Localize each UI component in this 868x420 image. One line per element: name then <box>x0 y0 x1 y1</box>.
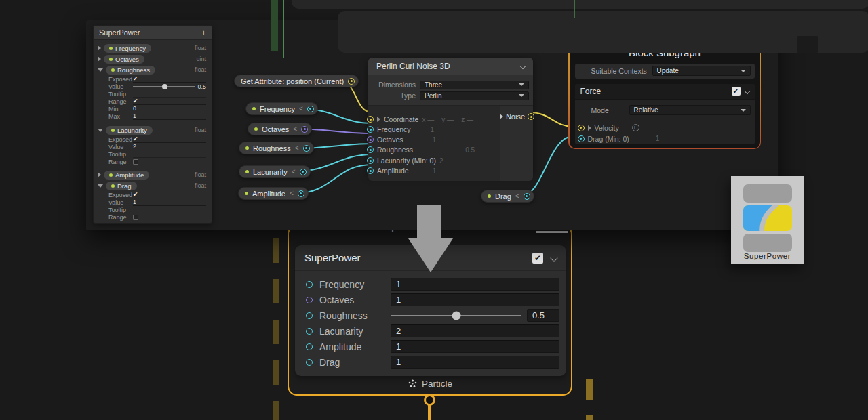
output-port[interactable] <box>300 169 307 175</box>
collapse-icon[interactable]: < <box>293 125 297 133</box>
type-dropdown[interactable]: Perlin <box>420 91 529 100</box>
superpower-asset-card[interactable]: SuperPower <box>731 176 804 264</box>
property-row-roughness[interactable]: Roughness float <box>94 64 212 75</box>
value-slider[interactable] <box>133 86 195 87</box>
add-property-button[interactable]: + <box>201 28 206 37</box>
slider-handle[interactable] <box>452 311 460 320</box>
collapse-icon[interactable]: < <box>299 105 303 112</box>
output-port[interactable] <box>524 193 530 200</box>
velocity-input-port[interactable] <box>578 125 585 131</box>
noise-output-port[interactable] <box>528 113 534 120</box>
flow-edge-dash <box>586 379 593 400</box>
amplitude-field[interactable]: 1 <box>391 340 559 353</box>
blackboard-panel[interactable]: SuperPower + Frequency float Octaves uin… <box>93 25 212 224</box>
collapse-icon[interactable]: < <box>515 192 519 200</box>
checkmark-icon[interactable] <box>133 135 138 142</box>
context-output-port[interactable] <box>424 394 435 406</box>
checkmark-icon[interactable] <box>133 98 138 104</box>
octaves-field[interactable]: 1 <box>391 293 559 306</box>
checkmark-icon[interactable] <box>133 75 138 82</box>
uint-port-icon[interactable] <box>306 297 313 303</box>
property-pill: Lacunarity <box>106 126 153 135</box>
background-node <box>338 11 868 53</box>
block-enabled-checkbox[interactable] <box>532 253 543 264</box>
collapse-icon[interactable]: < <box>295 144 299 152</box>
slider-handle[interactable] <box>162 84 167 89</box>
property-row-octaves[interactable]: Octaves uint <box>94 54 212 64</box>
flow-edge-dash <box>273 279 279 303</box>
drag-input-port[interactable] <box>578 135 585 142</box>
param-node-lacunarity[interactable]: Lacunarity < <box>239 165 311 178</box>
subgraph-icon-top-bar <box>743 184 792 203</box>
expand-arrow-icon[interactable] <box>588 125 591 131</box>
force-header[interactable]: Force <box>575 84 755 100</box>
param-node-frequency[interactable]: Frequency < <box>245 102 318 115</box>
float-port-icon[interactable] <box>306 312 313 319</box>
lacunarity-field[interactable]: 2 <box>391 324 559 337</box>
node-header[interactable]: Perlin Curl Noise 3D <box>368 58 533 75</box>
local-space-badge[interactable]: L <box>632 124 639 131</box>
checkbox-unchecked-icon[interactable] <box>133 215 138 220</box>
position-output-port[interactable] <box>348 78 355 85</box>
perlin-curl-noise-node[interactable]: Perlin Curl Noise 3D Dimensions Three Ty… <box>368 58 533 174</box>
blackboard-title: SuperPower <box>99 28 201 37</box>
output-port[interactable] <box>301 126 308 133</box>
checkbox-unchecked-icon[interactable] <box>133 159 138 165</box>
roughness-input-port[interactable] <box>367 146 374 153</box>
value-input[interactable]: 2 <box>133 143 136 150</box>
node-io-area: Coordinate x — y — z — Frequency 1 Octav… <box>368 106 533 181</box>
expander-icon[interactable] <box>98 45 101 51</box>
float-port-icon[interactable] <box>306 328 313 335</box>
force-block[interactable]: Force Mode Relative Velocity L <box>575 84 755 144</box>
property-row-frequency[interactable]: Frequency float <box>94 43 212 54</box>
frequency-input-port[interactable] <box>367 126 374 133</box>
property-row-amplitude[interactable]: Amplitude float <box>94 169 212 180</box>
param-node-amplitude[interactable]: Amplitude < <box>238 187 309 200</box>
roughness-value-field[interactable]: 0.5 <box>527 309 559 322</box>
param-node-octaves[interactable]: Octaves < <box>248 123 312 135</box>
min-input[interactable]: 0 <box>133 105 136 112</box>
checkmark-icon[interactable] <box>133 191 138 198</box>
output-port[interactable] <box>298 190 304 197</box>
lacunarity-input-port[interactable] <box>367 157 374 164</box>
max-input[interactable]: 1 <box>133 112 136 119</box>
tooltip-input[interactable] <box>133 90 206 98</box>
dropdown-arrow-icon <box>519 94 524 97</box>
chevron-down-icon[interactable] <box>520 63 526 68</box>
get-attribute-node[interactable]: Get Attribute: position (Current) <box>234 75 359 87</box>
collapse-icon[interactable]: < <box>292 168 296 175</box>
coordinate-input-port[interactable] <box>367 116 374 123</box>
property-row-lacunarity[interactable]: Lacunarity float <box>94 125 212 135</box>
force-enabled-checkbox[interactable] <box>732 87 741 96</box>
value-input[interactable]: 1 <box>133 198 136 205</box>
roughness-slider[interactable] <box>391 315 521 316</box>
mode-dropdown[interactable]: Relative <box>629 105 751 115</box>
expander-icon[interactable] <box>98 184 103 188</box>
expander-icon[interactable] <box>98 56 101 62</box>
expand-arrow-icon[interactable] <box>377 117 380 122</box>
dimensions-dropdown[interactable]: Three <box>420 81 529 89</box>
expander-icon[interactable] <box>98 129 103 132</box>
amplitude-input-port[interactable] <box>367 167 374 174</box>
expander-icon[interactable] <box>98 68 103 72</box>
tooltip-input[interactable] <box>133 206 206 213</box>
expander-icon[interactable] <box>98 172 101 177</box>
float-port-icon[interactable] <box>306 343 313 350</box>
context-output-edge <box>428 404 431 420</box>
float-port-icon[interactable] <box>306 281 313 288</box>
float-port-icon[interactable] <box>306 359 313 366</box>
chevron-down-icon[interactable] <box>550 254 557 261</box>
octaves-input-port[interactable] <box>367 136 374 143</box>
param-node-roughness[interactable]: Roughness < <box>239 142 314 154</box>
tooltip-input[interactable] <box>133 150 206 158</box>
collapse-icon[interactable]: < <box>290 190 294 197</box>
output-port[interactable] <box>303 145 310 152</box>
param-node-drag[interactable]: Drag < <box>481 190 534 203</box>
frequency-field[interactable]: 1 <box>391 278 559 291</box>
suitable-contexts-dropdown[interactable]: Update <box>652 66 751 76</box>
output-port[interactable] <box>307 106 314 112</box>
property-row-drag[interactable]: Drag float <box>94 180 212 191</box>
drag-field[interactable]: 1 <box>391 356 559 369</box>
block-subgraph-panel[interactable]: Block Subgraph Suitable Contexts Update … <box>568 39 761 149</box>
chevron-down-icon[interactable] <box>744 88 749 93</box>
